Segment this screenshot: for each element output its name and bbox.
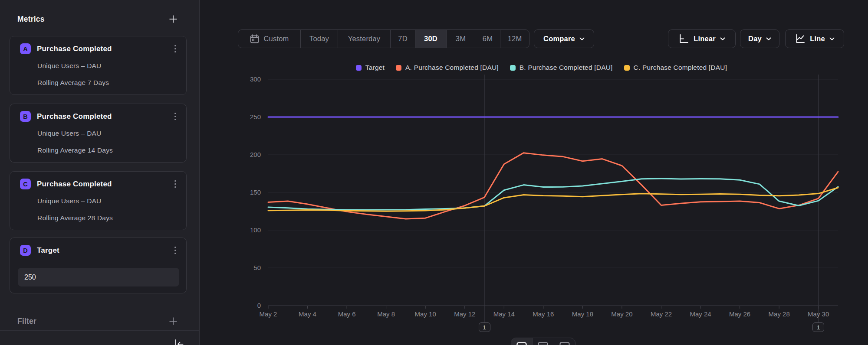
date-range-custom[interactable]: Custom [238,30,300,48]
metric-card-head: CPurchase Completed [20,178,179,190]
x-axis-label: May 2 [251,310,286,318]
kebab-menu-icon[interactable] [171,45,179,53]
series-a-purchase-completed-dau-[interactable] [268,153,838,219]
date-range-today[interactable]: Today [300,30,338,48]
date-range-label: 30D [424,35,437,43]
view-line-chart-button[interactable] [511,338,532,345]
linear-scale-icon [678,33,689,44]
metric-measurement[interactable]: Unique Users – DAU [37,60,179,72]
y-axis-label: 50 [239,264,261,272]
metric-transformation[interactable]: Rolling Average 28 Days [37,212,179,224]
x-axis-label: May 14 [487,310,521,318]
date-range-yesterday[interactable]: Yesterday [338,30,390,48]
sidebar: Metrics APurchase CompletedUnique Users … [0,0,200,345]
line-chart-icon [795,33,806,44]
metric-transformation[interactable]: Rolling Average 7 Days [37,77,179,88]
annotation-marker[interactable]: 1 [479,322,490,332]
x-axis-label: May 10 [408,310,443,318]
chevron-down-icon [720,37,725,41]
y-axis-label: 150 [239,189,261,196]
date-range-6m[interactable]: 6M [475,30,500,48]
date-range-label: Yesterday [348,35,381,43]
series-b-purchase-completed-dau-[interactable] [268,179,838,210]
date-range-label: 7D [398,35,408,43]
date-range-label: 3M [456,35,466,43]
metric-measurement[interactable]: Unique Users – DAU [37,128,179,139]
filter-header: Filter [17,316,36,327]
chart-card-icon [516,342,527,345]
kebab-menu-icon[interactable] [171,246,179,255]
metric-title[interactable]: Purchase Completed [37,45,171,53]
x-axis-label: May 24 [683,310,718,318]
x-axis-label: May 26 [723,310,757,318]
metric-card-d[interactable]: DTarget250 [10,238,187,293]
chart-type-select-button[interactable]: Line [785,29,844,48]
metric-card-a[interactable]: APurchase CompletedUnique Users – DAURol… [10,36,187,95]
x-axis-label: May 8 [369,310,404,318]
date-range-label: Today [309,35,329,43]
metric-title[interactable]: Purchase Completed [37,180,171,189]
metric-letter-badge: D [20,245,31,256]
calendar-icon [250,34,260,44]
insights-app: Metrics APurchase CompletedUnique Users … [0,0,868,345]
metrics-header: Metrics [17,13,45,25]
collapse-sidebar-button[interactable] [174,338,185,345]
date-range-30d[interactable]: 30D [415,30,446,48]
granularity-label: Day [748,35,762,43]
date-range-label: 12M [508,35,522,43]
metric-transformation[interactable]: Rolling Average 14 Days [37,145,179,156]
metric-title[interactable]: Target [37,246,171,255]
date-range-7d[interactable]: 7D [390,30,415,48]
metric-letter-badge: B [20,111,31,122]
table-icon [538,342,548,345]
collapse-left-icon [174,338,185,345]
view-table-button[interactable] [532,338,553,345]
metric-card-head: BPurchase Completed [20,111,179,122]
metric-letter-badge: A [20,43,31,54]
plus-icon [168,316,178,326]
y-axis-label: 250 [239,113,261,121]
view-metric-button[interactable] [554,338,575,345]
compare-button[interactable]: Compare [534,29,594,48]
y-axis-label: 300 [239,75,261,83]
chevron-down-icon [766,37,771,41]
kebab-menu-icon[interactable] [171,180,179,189]
target-value-input[interactable]: 250 [18,268,179,286]
line-chart[interactable] [200,56,868,345]
x-axis-label: May 18 [565,310,600,318]
x-axis-label: May 20 [605,310,639,318]
metric-card-icon [559,342,570,345]
scale-select-button[interactable]: Linear [668,29,736,48]
x-axis-label: May 6 [329,310,364,318]
x-axis-label: May 22 [644,310,679,318]
add-metric-button[interactable] [168,13,179,25]
granularity-select-button[interactable]: Day [740,29,779,48]
x-axis-label: May 28 [762,310,796,318]
metric-measurement[interactable]: Unique Users – DAU [37,195,179,207]
date-range-label: Custom [263,35,289,43]
x-axis-label: May 30 [801,310,836,318]
annotation-marker[interactable]: 1 [812,322,824,332]
y-axis-label: 0 [239,302,261,309]
x-axis-label: May 12 [447,310,482,318]
metric-letter-badge: C [20,179,31,189]
sidebar-divider [0,330,199,331]
chart-view-switcher [511,338,575,345]
metric-card-head: APurchase Completed [20,43,179,55]
metric-title[interactable]: Purchase Completed [37,112,171,121]
metric-card-c[interactable]: CPurchase CompletedUnique Users – DAURol… [10,171,187,230]
scale-label: Linear [694,35,716,43]
kebab-menu-icon[interactable] [171,112,179,121]
add-filter-button[interactable] [168,316,179,327]
y-axis-label: 200 [239,151,261,159]
y-axis-label: 100 [239,226,261,234]
chevron-down-icon [829,37,835,41]
series-c-purchase-completed-dau-[interactable] [268,188,838,211]
metric-card-b[interactable]: BPurchase CompletedUnique Users – DAURol… [10,104,187,163]
chart-type-label: Line [810,35,825,43]
date-range-12m[interactable]: 12M [500,30,529,48]
date-range-3m[interactable]: 3M [446,30,475,48]
date-range-label: 6M [483,35,493,43]
x-axis-label: May 4 [290,310,325,318]
chevron-down-icon [579,37,585,41]
